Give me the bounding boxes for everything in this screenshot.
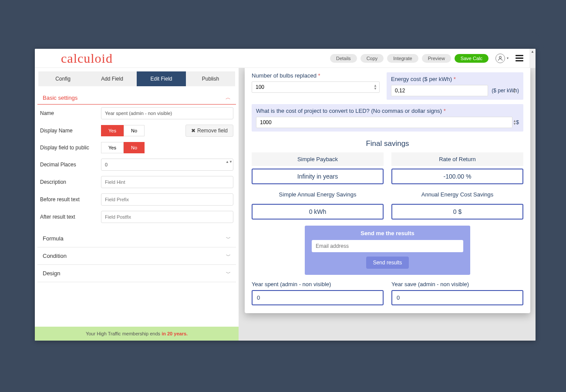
energy-stepper-icon[interactable]: ▲▼ [513,88,516,94]
ror-value: -100.00 % [391,169,523,184]
tab-config[interactable]: Config [38,71,88,86]
app-window: ▲▼ calculoid Details Copy Integrate Prev… [35,49,536,341]
details-button[interactable]: Details [330,54,357,63]
description-input[interactable] [101,176,233,188]
display-name-yes[interactable]: Yes [101,125,124,136]
year-spent-label: Year spent (admin - non visible) [252,281,384,287]
preview-pane: Number of bulbs replaced * ▲▼ Energy cos… [239,68,536,341]
name-label: Name [40,110,101,116]
integrate-button[interactable]: Integrate [387,54,418,63]
year-save-label: Year save (admin - non visible) [391,281,523,287]
send-results-card: Send me the results Send results [305,226,470,275]
accordion-condition-label: Condition [43,253,67,259]
after-input[interactable] [101,211,233,223]
cost-stepper-icon[interactable]: ▲▼ [513,119,516,125]
cost-label: What is the cost of project to convert t… [256,108,519,114]
annual-energy-value: 0 kWh [252,204,384,220]
display-name-toggle: Yes No [101,125,145,136]
membership-expiry: in 20 years. [162,331,188,336]
description-label: Description [40,179,101,185]
topbar: calculoid Details Copy Integrate Preview… [35,49,536,68]
display-public-label: Display field to public [40,145,101,151]
remove-field-label: Remove field [197,128,228,134]
chevron-down-icon: ﹀ [226,235,231,242]
tab-publish[interactable]: Publish [186,71,235,86]
logo: calculoid [61,51,113,66]
cost-input[interactable] [256,117,512,128]
accordion-condition[interactable]: Condition ﹀ [37,247,236,265]
preview-button[interactable]: Preview [422,54,451,63]
bulbs-stepper-icon[interactable]: ▲▼ [374,84,377,90]
before-label: Before result text [40,196,101,203]
chevron-down-icon: ﹀ [226,270,231,277]
remove-field-button[interactable]: ✖ Remove field [185,125,233,137]
chevron-up-icon: ︿ [226,94,231,101]
payback-value: Infinity in years [252,169,384,184]
decimal-input[interactable] [101,159,233,171]
bulbs-input[interactable] [252,81,380,93]
chevron-down-icon: ﹀ [226,253,231,259]
display-name-label: Display Name [40,128,101,134]
basic-settings-header[interactable]: Basic settings ︿ [37,90,236,105]
display-public-yes[interactable]: Yes [101,142,124,153]
annual-cost-label: Annual Energy Cost Savings [391,188,523,201]
decimal-label: Decimal Places [40,162,101,168]
energy-label: Energy cost ($ per kWh) * [391,76,519,82]
editor-tabs: Config Add Field Edit Field Publish [38,71,235,86]
bulbs-label: Number of bulbs replaced * [252,72,380,79]
close-icon: ✖ [191,128,195,134]
display-public-toggle: Yes No [101,142,233,153]
annual-cost-value: 0 $ [391,204,523,220]
copy-button[interactable]: Copy [360,54,384,63]
svg-point-0 [499,56,502,58]
basic-settings-label: Basic settings [43,95,77,101]
display-name-no[interactable]: No [124,125,145,136]
email-input[interactable] [312,240,463,252]
save-calc-button[interactable]: Save Calc [455,54,489,63]
hamburger-menu-icon[interactable] [515,55,523,61]
year-save-value: 0 [391,290,523,305]
year-spent-value: 0 [252,290,384,305]
accordion-design[interactable]: Design ﹀ [37,265,236,282]
accordion-formula[interactable]: Formula ﹀ [37,230,236,247]
before-input[interactable] [101,193,233,206]
after-label: After result text [40,214,101,220]
accordion-design-label: Design [43,270,60,277]
editor-pane: Config Add Field Edit Field Publish Basi… [35,68,239,341]
user-icon[interactable] [495,54,505,63]
ror-label: Rate of Return [391,152,523,166]
tab-add-field[interactable]: Add Field [88,71,137,86]
energy-input[interactable] [391,85,488,96]
preview-card: Number of bulbs replaced * ▲▼ Energy cos… [245,68,530,313]
user-caret-icon[interactable]: ▾ [507,56,509,60]
accordion-formula-label: Formula [43,235,64,242]
membership-text: Your High Traffic membership ends [86,331,162,336]
final-savings-heading: Final savings [252,139,523,148]
cost-unit: $ [516,119,519,125]
tab-edit-field[interactable]: Edit Field [137,71,186,86]
annual-energy-label: Simple Annual Energy Savings [252,188,384,201]
payback-label: Simple Payback [252,152,384,166]
decimal-stepper-icon[interactable]: ▲▼ [226,160,232,164]
membership-banner: Your High Traffic membership ends in 20 … [35,327,239,341]
display-public-no[interactable]: No [124,142,145,153]
name-input[interactable] [101,107,233,119]
send-results-button[interactable]: Send results [366,257,409,269]
send-title: Send me the results [312,230,463,237]
